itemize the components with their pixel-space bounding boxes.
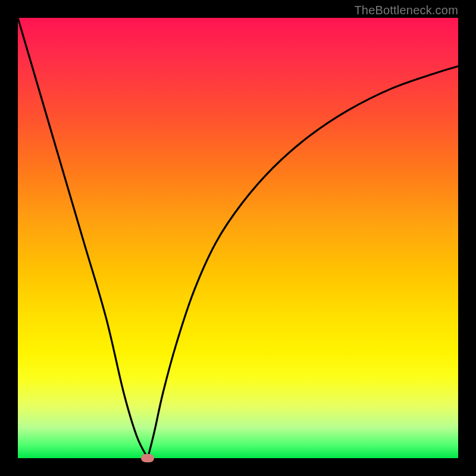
plot-area: [18, 18, 458, 458]
curve-svg: [18, 18, 458, 458]
chart-container: TheBottleneck.com: [0, 0, 476, 476]
attribution-text: TheBottleneck.com: [354, 4, 458, 17]
minimum-marker: [141, 454, 154, 462]
curve-left: [18, 18, 148, 458]
curve-right: [148, 66, 458, 458]
